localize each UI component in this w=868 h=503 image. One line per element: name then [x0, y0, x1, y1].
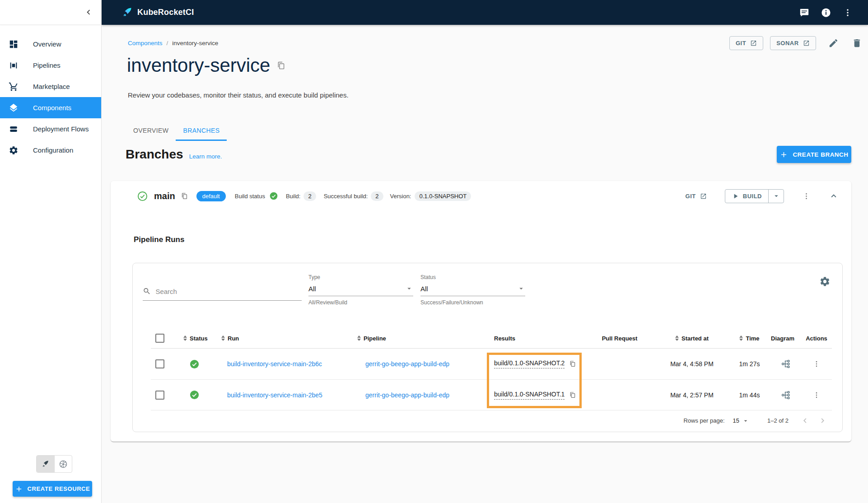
diagram-icon[interactable] — [771, 359, 800, 369]
sort-icon — [183, 335, 187, 341]
build-count-label: Build: — [286, 193, 301, 200]
sidebar-item-configuration[interactable]: Configuration — [0, 140, 101, 161]
previous-page-icon[interactable] — [800, 416, 810, 425]
result-link[interactable]: build/0.1.0-SNAPSHOT.2 — [494, 359, 565, 368]
type-filter-helper: All/Review/Build — [308, 299, 413, 306]
successful-build-badge: 2 — [371, 191, 383, 201]
status-filter: Status All Success/Failure/Unknown — [420, 274, 525, 306]
column-header-pull-request: Pull Request — [583, 335, 656, 342]
sidebar-item-components[interactable]: Components — [0, 97, 101, 118]
kubernetes-icon — [58, 459, 68, 469]
column-header-status[interactable]: Status — [183, 335, 221, 342]
sidebar-item-deployment-flows[interactable]: Deployment Flows — [0, 118, 101, 140]
copy-icon[interactable] — [276, 61, 286, 70]
type-filter-select[interactable]: All — [308, 284, 413, 296]
row-checkbox[interactable] — [155, 391, 164, 400]
branches-heading-row: Branches Learn more. — [126, 147, 222, 162]
cart-icon — [9, 82, 19, 92]
branch-card: main default Build status Build: 2 Succe… — [111, 181, 851, 442]
search-input[interactable] — [155, 288, 302, 295]
create-resource-button[interactable]: CREATE RESOURCE — [13, 481, 92, 497]
breadcrumb-components-link[interactable]: Components — [128, 40, 163, 47]
tab-overview[interactable]: OVERVIEW — [126, 120, 176, 141]
tab-branches[interactable]: BRANCHES — [176, 120, 227, 141]
build-dropdown-button[interactable] — [768, 190, 784, 203]
git-button[interactable]: GIT — [729, 36, 763, 50]
copy-icon[interactable] — [181, 192, 188, 200]
branch-git-button[interactable]: GIT — [686, 193, 707, 200]
rows-per-page-label: Rows per page: — [683, 417, 724, 424]
copy-icon[interactable] — [569, 360, 576, 368]
create-branch-button[interactable]: CREATE BRANCH — [777, 146, 851, 163]
branch-git-label: GIT — [686, 193, 696, 200]
table-settings-gear-icon[interactable] — [819, 276, 831, 287]
rocket-view-toggle-button[interactable] — [37, 456, 54, 472]
info-icon[interactable] — [821, 8, 831, 18]
breadcrumb: Components / inventory-service — [128, 40, 218, 47]
rows-per-page-select[interactable]: 15 — [733, 417, 749, 424]
page-title: inventory-service — [127, 55, 270, 76]
search-field — [143, 287, 302, 301]
column-header-results: Results — [494, 335, 583, 342]
create-resource-label: CREATE RESOURCE — [28, 485, 90, 492]
delete-trash-icon[interactable] — [852, 38, 863, 49]
run-link[interactable]: build-inventory-service-main-2be5 — [227, 391, 322, 399]
next-page-icon[interactable] — [818, 416, 827, 425]
breadcrumb-current: inventory-service — [172, 40, 218, 47]
column-header-diagram: Diagram — [771, 335, 800, 342]
build-button[interactable]: BUILD — [725, 190, 768, 203]
sort-icon — [357, 335, 361, 341]
sort-icon — [739, 335, 743, 341]
status-filter-value: All — [420, 285, 428, 293]
sidebar-item-pipelines[interactable]: Pipelines — [0, 55, 101, 76]
sidebar-item-label: Deployment Flows — [33, 125, 89, 133]
sidebar-item-marketplace[interactable]: Marketplace — [0, 76, 101, 97]
sort-icon — [221, 335, 225, 341]
run-link[interactable]: build-inventory-service-main-2b6c — [227, 360, 322, 368]
status-filter-select[interactable]: All — [420, 284, 525, 296]
column-header-pipeline[interactable]: Pipeline — [357, 335, 494, 342]
learn-more-link[interactable]: Learn more. — [189, 153, 222, 160]
kubernetes-view-toggle-button[interactable] — [54, 456, 72, 472]
copy-icon[interactable] — [569, 391, 576, 399]
table-row: build-inventory-service-main-2be5 gerrit… — [151, 380, 832, 410]
row-checkbox[interactable] — [155, 359, 164, 368]
kebab-menu-icon[interactable] — [843, 8, 853, 18]
sort-icon — [675, 335, 679, 341]
external-link-icon — [700, 193, 707, 200]
pipeline-link[interactable]: gerrit-go-beego-app-build-edp — [365, 360, 449, 368]
table-row: build-inventory-service-main-2b6c gerrit… — [151, 349, 832, 380]
pipeline-runs-table: Status Run Pipeline Results — [133, 328, 842, 410]
result-link[interactable]: build/0.1.0-SNAPSHOT.1 — [494, 391, 565, 400]
caret-down-icon — [517, 284, 525, 293]
sidebar-collapse-button[interactable] — [82, 6, 95, 19]
sonar-button[interactable]: SONAR — [770, 36, 816, 50]
kuberocketci-logo-icon — [121, 6, 133, 19]
diagram-icon[interactable] — [771, 390, 800, 400]
column-header-started-at[interactable]: Started at — [656, 335, 728, 342]
row-actions-kebab-icon[interactable] — [800, 360, 833, 368]
git-button-label: GIT — [736, 40, 746, 47]
chevron-left-icon — [84, 7, 93, 17]
collapse-accordion-icon[interactable] — [829, 191, 839, 201]
successful-build-label: Successful build: — [324, 193, 368, 200]
pipelines-icon — [9, 61, 19, 70]
select-all-checkbox[interactable] — [155, 334, 164, 343]
status-filter-helper: Success/Failure/Unknown — [420, 299, 525, 306]
column-header-run[interactable]: Run — [221, 335, 357, 342]
chat-icon[interactable] — [799, 8, 809, 18]
gear-icon — [9, 145, 19, 155]
edit-pencil-icon[interactable] — [828, 38, 839, 49]
row-actions-kebab-icon[interactable] — [800, 391, 833, 399]
build-status-label: Build status — [235, 193, 265, 200]
plus-icon — [15, 485, 23, 493]
run-status-success-icon — [183, 359, 221, 369]
sidebar-item-overview[interactable]: Overview — [0, 33, 101, 55]
external-link-icon — [750, 40, 757, 47]
pipeline-runs-panel: Type All All/Review/Build Status All Suc… — [132, 263, 843, 432]
branch-kebab-menu-icon[interactable] — [802, 192, 811, 200]
build-split-button: BUILD — [725, 189, 784, 203]
column-header-time[interactable]: Time — [728, 335, 771, 342]
pipeline-link[interactable]: gerrit-go-beego-app-build-edp — [365, 391, 449, 399]
caret-down-icon — [772, 192, 780, 200]
